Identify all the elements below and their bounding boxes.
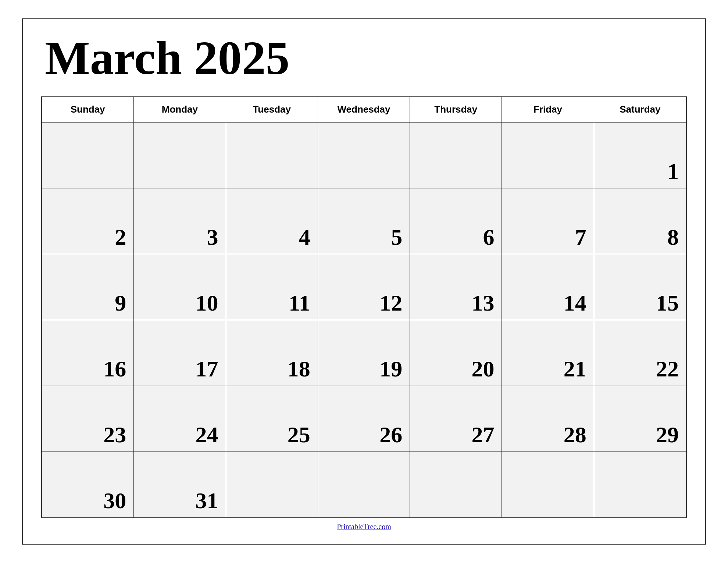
day-cell: 1 [594,123,686,188]
day-cell [318,452,410,517]
day-cell [134,123,226,188]
day-number: 16 [103,357,126,380]
days-header: SundayMondayTuesdayWednesdayThursdayFrid… [42,97,686,123]
day-header-monday: Monday [134,97,226,122]
day-header-tuesday: Tuesday [226,97,318,122]
day-cell: 15 [594,254,686,320]
day-header-thursday: Thursday [410,97,502,122]
day-number: 3 [207,226,218,248]
week-row-6: 3031 [42,452,686,517]
day-cell: 6 [410,188,502,254]
day-cell [226,452,318,517]
day-number: 1 [667,160,679,183]
day-cell: 11 [226,254,318,320]
day-number: 28 [564,423,586,446]
day-cell: 21 [502,320,594,386]
day-number: 22 [656,357,679,380]
day-cell: 4 [226,188,318,254]
calendar-grid: SundayMondayTuesdayWednesdayThursdayFrid… [41,96,687,518]
day-cell: 7 [502,188,594,254]
calendar-title: March 2025 [41,34,687,82]
day-cell [42,123,134,188]
weeks-container: 1234567891011121314151617181920212223242… [42,123,686,517]
week-row-4: 16171819202122 [42,320,686,386]
day-number: 30 [103,489,126,512]
day-cell [318,123,410,188]
day-number: 29 [656,423,679,446]
week-row-5: 23242526272829 [42,386,686,452]
day-cell: 3 [134,188,226,254]
day-cell: 9 [42,254,134,320]
day-header-friday: Friday [502,97,594,122]
week-row-2: 2345678 [42,188,686,254]
day-number: 23 [103,423,126,446]
day-number: 7 [575,226,586,248]
day-number: 9 [115,291,126,314]
day-cell: 5 [318,188,410,254]
day-cell: 12 [318,254,410,320]
day-cell: 16 [42,320,134,386]
day-number: 21 [564,357,586,380]
day-cell [226,123,318,188]
day-number: 15 [656,291,679,314]
day-number: 26 [379,423,402,446]
day-header-wednesday: Wednesday [318,97,410,122]
day-cell: 2 [42,188,134,254]
day-cell [410,452,502,517]
calendar-container: March 2025 SundayMondayTuesdayWednesdayT… [22,18,706,545]
day-cell: 20 [410,320,502,386]
day-number: 5 [391,226,402,248]
day-number: 10 [196,291,218,314]
day-cell: 24 [134,386,226,452]
day-number: 2 [115,226,126,248]
footer-link[interactable]: PrintableTree.com [337,523,391,531]
day-cell [502,123,594,188]
day-cell: 8 [594,188,686,254]
week-row-3: 9101112131415 [42,254,686,320]
day-cell: 25 [226,386,318,452]
day-cell: 29 [594,386,686,452]
day-cell: 13 [410,254,502,320]
day-cell: 10 [134,254,226,320]
day-cell: 18 [226,320,318,386]
day-number: 20 [471,357,494,380]
day-cell: 14 [502,254,594,320]
day-number: 14 [564,291,586,314]
day-number: 19 [379,357,402,380]
day-number: 27 [471,423,494,446]
day-cell [502,452,594,517]
day-number: 11 [289,291,310,314]
day-number: 12 [379,291,402,314]
day-header-sunday: Sunday [42,97,134,122]
day-cell: 22 [594,320,686,386]
day-number: 17 [196,357,218,380]
day-cell: 23 [42,386,134,452]
day-cell: 28 [502,386,594,452]
day-cell: 31 [134,452,226,517]
day-cell: 26 [318,386,410,452]
day-number: 24 [196,423,218,446]
day-cell [594,452,686,517]
day-number: 8 [667,226,679,248]
day-number: 25 [288,423,310,446]
footer: PrintableTree.com [41,518,687,533]
day-cell: 30 [42,452,134,517]
day-cell: 27 [410,386,502,452]
day-number: 18 [288,357,310,380]
day-cell [410,123,502,188]
day-number: 31 [196,489,218,512]
day-header-saturday: Saturday [594,97,686,122]
day-number: 13 [471,291,494,314]
day-cell: 19 [318,320,410,386]
day-number: 6 [483,226,494,248]
day-cell: 17 [134,320,226,386]
day-number: 4 [299,226,310,248]
week-row-1: 1 [42,123,686,188]
